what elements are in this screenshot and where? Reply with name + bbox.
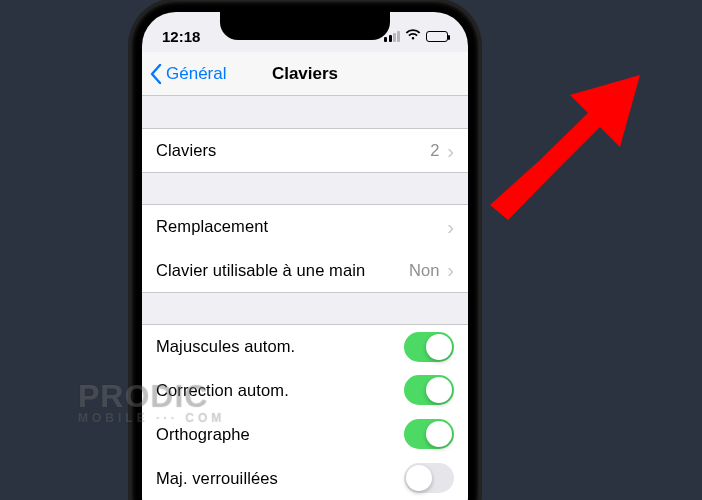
- toggle-caps-lock[interactable]: [404, 463, 454, 493]
- notch: [220, 12, 390, 40]
- row-check-spelling: Orthographe: [142, 412, 468, 456]
- row-label: Clavier utilisable à une main: [156, 261, 409, 280]
- toggle-auto-correction[interactable]: [404, 375, 454, 405]
- row-one-handed-keyboard[interactable]: Clavier utilisable à une main Non ›: [142, 248, 468, 292]
- back-label: Général: [166, 64, 226, 84]
- row-label: Maj. verrouillées: [156, 469, 404, 488]
- back-button[interactable]: Général: [150, 64, 226, 84]
- group-spacer: [142, 292, 468, 324]
- phone-frame: 12:18 Général Claviers Claviers: [130, 0, 480, 500]
- nav-bar: Général Claviers: [142, 52, 468, 96]
- chevron-left-icon: [150, 64, 162, 84]
- chevron-right-icon: ›: [447, 217, 454, 237]
- wifi-icon: [405, 28, 421, 44]
- row-label: Majuscules autom.: [156, 337, 404, 356]
- row-keyboards[interactable]: Claviers 2 ›: [142, 128, 468, 172]
- phone-screen: 12:18 Général Claviers Claviers: [142, 12, 468, 500]
- row-caps-lock: Maj. verrouillées: [142, 456, 468, 500]
- group-spacer: [142, 172, 468, 204]
- chevron-right-icon: ›: [447, 260, 454, 280]
- row-label: Remplacement: [156, 217, 447, 236]
- row-label: Orthographe: [156, 425, 404, 444]
- row-auto-capitalization: Majuscules autom.: [142, 324, 468, 368]
- row-label: Correction autom.: [156, 381, 404, 400]
- toggle-auto-capitalization[interactable]: [404, 332, 454, 362]
- row-label: Claviers: [156, 141, 430, 160]
- toggle-check-spelling[interactable]: [404, 419, 454, 449]
- status-time: 12:18: [162, 28, 200, 45]
- row-auto-correction: Correction autom.: [142, 368, 468, 412]
- row-value: 2: [430, 141, 439, 160]
- row-text-replacement[interactable]: Remplacement ›: [142, 204, 468, 248]
- svg-marker-0: [490, 75, 640, 220]
- settings-list: Claviers 2 › Remplacement › Clavier util…: [142, 96, 468, 500]
- chevron-right-icon: ›: [447, 141, 454, 161]
- group-spacer: [142, 96, 468, 128]
- row-value: Non: [409, 261, 439, 280]
- battery-icon: [426, 31, 448, 42]
- annotation-arrow-icon: [470, 55, 660, 225]
- status-right: [384, 28, 448, 44]
